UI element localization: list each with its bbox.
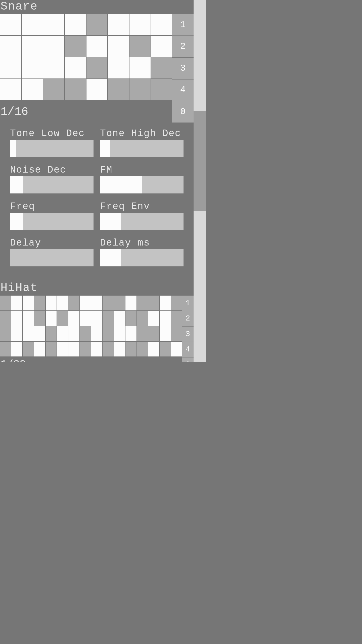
step-cell[interactable] [68, 326, 79, 341]
param-slider[interactable] [10, 176, 94, 193]
step-cell[interactable] [22, 57, 43, 78]
step-cell[interactable] [125, 296, 136, 310]
step-cell[interactable] [0, 36, 21, 57]
step-cell[interactable] [160, 296, 170, 310]
step-cell[interactable] [65, 36, 86, 57]
step-cell[interactable] [65, 57, 86, 78]
param-slider[interactable] [10, 140, 94, 157]
step-cell[interactable] [0, 326, 11, 341]
step-cell[interactable] [125, 342, 136, 356]
step-cell[interactable] [91, 342, 102, 356]
step-cell[interactable] [151, 57, 172, 78]
step-cell[interactable] [57, 296, 68, 310]
hihat-time-division[interactable]: 1/32 [0, 357, 182, 362]
step-cell[interactable] [103, 342, 113, 356]
step-cell[interactable] [46, 326, 57, 341]
step-cell[interactable] [86, 14, 108, 35]
step-cell[interactable] [68, 311, 79, 326]
step-cell[interactable] [11, 342, 22, 356]
step-cell[interactable] [148, 326, 159, 341]
step-cell[interactable] [148, 311, 159, 326]
step-cell[interactable] [160, 342, 170, 356]
param-slider[interactable] [100, 140, 184, 157]
step-cell[interactable] [80, 311, 91, 326]
step-cell[interactable] [0, 342, 11, 356]
vertical-scrollbar[interactable] [194, 0, 206, 362]
step-cell[interactable] [160, 311, 170, 326]
step-cell[interactable] [34, 326, 45, 341]
step-cell[interactable] [86, 57, 108, 78]
param-slider[interactable] [10, 249, 94, 266]
step-cell[interactable] [43, 14, 64, 35]
step-cell[interactable] [34, 296, 45, 310]
step-cell[interactable] [151, 79, 172, 100]
step-cell[interactable] [137, 311, 148, 326]
step-cell[interactable] [114, 311, 125, 326]
pattern-row-label[interactable]: 3 [182, 327, 194, 342]
step-cell[interactable] [114, 296, 125, 310]
step-cell[interactable] [65, 79, 86, 100]
step-cell[interactable] [91, 326, 102, 341]
step-cell[interactable] [137, 326, 148, 341]
step-cell[interactable] [86, 79, 108, 100]
step-cell[interactable] [80, 326, 91, 341]
step-cell[interactable] [68, 296, 79, 310]
step-cell[interactable] [43, 79, 64, 100]
param-slider[interactable] [100, 249, 184, 266]
step-cell[interactable] [46, 342, 57, 356]
step-cell[interactable] [22, 14, 43, 35]
step-cell[interactable] [108, 79, 129, 100]
step-cell[interactable] [43, 36, 64, 57]
param-slider[interactable] [100, 213, 184, 230]
step-cell[interactable] [91, 311, 102, 326]
pattern-row-label[interactable]: 2 [172, 36, 194, 57]
step-cell[interactable] [103, 296, 113, 310]
step-cell[interactable] [108, 14, 129, 35]
pattern-row-label[interactable]: 1 [182, 296, 194, 311]
step-cell[interactable] [137, 296, 148, 310]
snare-pattern-zero[interactable]: 0 [172, 101, 194, 123]
step-cell[interactable] [65, 14, 86, 35]
hihat-pattern-zero[interactable]: 0 [182, 357, 194, 362]
step-cell[interactable] [151, 14, 172, 35]
step-cell[interactable] [23, 311, 34, 326]
step-cell[interactable] [148, 296, 159, 310]
step-cell[interactable] [11, 311, 22, 326]
step-cell[interactable] [34, 342, 45, 356]
step-cell[interactable] [11, 326, 22, 341]
step-cell[interactable] [86, 36, 108, 57]
step-cell[interactable] [91, 296, 102, 310]
step-cell[interactable] [103, 326, 113, 341]
step-cell[interactable] [80, 296, 91, 310]
pattern-row-label[interactable]: 4 [182, 342, 194, 357]
snare-time-division[interactable]: 1/16 [0, 101, 172, 123]
param-slider[interactable] [10, 213, 94, 230]
pattern-row-label[interactable]: 2 [182, 311, 194, 326]
step-cell[interactable] [148, 342, 159, 356]
step-cell[interactable] [0, 79, 21, 100]
step-cell[interactable] [68, 342, 79, 356]
step-cell[interactable] [0, 57, 21, 78]
step-cell[interactable] [46, 296, 57, 310]
step-cell[interactable] [171, 342, 182, 356]
step-cell[interactable] [129, 14, 151, 35]
step-cell[interactable] [114, 342, 125, 356]
step-cell[interactable] [22, 36, 43, 57]
step-cell[interactable] [151, 36, 172, 57]
step-cell[interactable] [0, 14, 21, 35]
step-cell[interactable] [171, 326, 182, 341]
pattern-row-label[interactable]: 1 [172, 14, 194, 35]
step-cell[interactable] [108, 36, 129, 57]
step-cell[interactable] [103, 311, 113, 326]
step-cell[interactable] [34, 311, 45, 326]
step-cell[interactable] [129, 57, 151, 78]
step-cell[interactable] [43, 57, 64, 78]
step-cell[interactable] [23, 342, 34, 356]
pattern-row-label[interactable]: 3 [172, 58, 194, 79]
step-cell[interactable] [80, 342, 91, 356]
param-slider[interactable] [100, 176, 184, 193]
step-cell[interactable] [129, 79, 151, 100]
step-cell[interactable] [23, 296, 34, 310]
step-cell[interactable] [46, 311, 57, 326]
step-cell[interactable] [171, 296, 182, 310]
